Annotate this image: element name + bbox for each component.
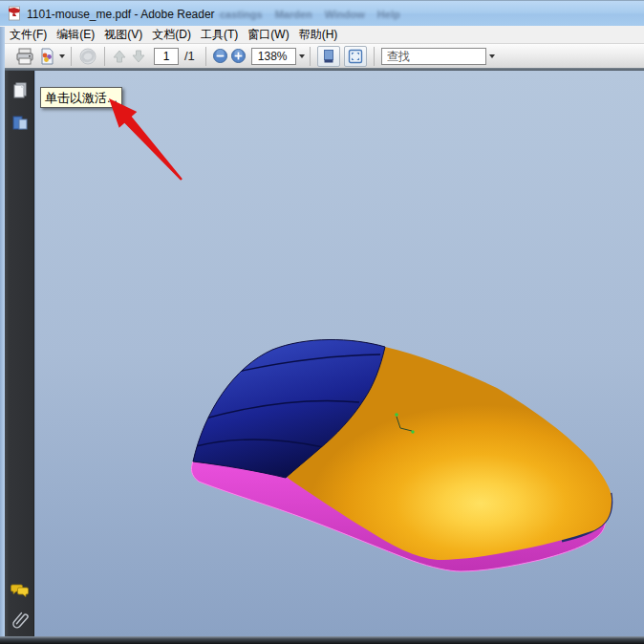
page-number-input[interactable] (154, 48, 179, 65)
fullscreen-icon (348, 49, 363, 64)
toolbar-separator (310, 47, 311, 66)
menu-tools[interactable]: 工具(T) (196, 25, 243, 45)
print-button[interactable] (14, 46, 35, 67)
menu-help[interactable]: 帮助(H) (294, 25, 343, 45)
scrolling-mode-button[interactable] (317, 46, 340, 67)
page-up-icon (111, 48, 128, 65)
previous-view-icon (77, 47, 98, 66)
menu-view[interactable]: 视图(V) (99, 25, 147, 45)
find-input[interactable] (381, 48, 486, 65)
zoom-in-button[interactable] (230, 46, 247, 67)
background-window-menu: castings Marden Window Help (220, 9, 400, 20)
zoom-out-button[interactable] (212, 46, 228, 67)
share-dropdown-caret (59, 54, 65, 58)
menu-window[interactable]: 窗口(W) (243, 25, 293, 45)
collaborate-icon (37, 47, 56, 66)
activate-tooltip: 单击以激活... (40, 87, 122, 108)
attachments-icon[interactable] (11, 610, 30, 629)
menu-document[interactable]: 文档(D) (147, 25, 196, 45)
previous-view-button[interactable] (77, 46, 98, 67)
title-bar: 1101-mouse_me.pdf - Adobe Reader casting… (0, 0, 644, 26)
zoom-dropdown-caret[interactable] (299, 54, 305, 58)
page-thumbnails-icon[interactable] (11, 81, 30, 100)
window-title: 1101-mouse_me.pdf - Adobe Reader (27, 8, 215, 21)
fullscreen-button[interactable] (344, 46, 367, 67)
find-dropdown-caret[interactable] (489, 54, 495, 58)
toolbar: /1 138% (0, 44, 644, 68)
navigation-pane (5, 71, 34, 636)
previous-page-button[interactable] (111, 46, 128, 67)
tooltip-text: 单击以激活... (45, 91, 118, 105)
window-bottom-border (0, 636, 644, 644)
adobe-reader-window: 1101-mouse_me.pdf - Adobe Reader casting… (0, 0, 644, 644)
page-total-label: /1 (184, 49, 195, 63)
scrolling-mode-icon (321, 49, 336, 64)
comments-icon[interactable] (11, 581, 30, 600)
menu-edit[interactable]: 编辑(E) (52, 25, 99, 45)
next-page-button[interactable] (130, 46, 147, 67)
printer-icon (14, 47, 35, 66)
toolbar-separator (104, 47, 105, 66)
toolbar-separator (205, 47, 206, 66)
zoom-level-value: 138% (258, 50, 288, 63)
share-button[interactable] (37, 46, 65, 67)
zoom-level-combobox[interactable]: 138% (251, 48, 296, 65)
menu-file[interactable]: 文件(F) (5, 25, 52, 45)
toolbar-separator (71, 47, 72, 66)
pdf-file-icon (7, 6, 22, 21)
menu-bar: 文件(F) 编辑(E) 视图(V) 文档(D) 工具(T) 窗口(W) 帮助(H… (0, 26, 644, 44)
bookmarks-icon[interactable] (11, 114, 30, 133)
zoom-out-icon (212, 48, 228, 64)
zoom-in-icon (230, 48, 247, 64)
document-canvas[interactable] (35, 71, 644, 636)
toolbar-separator (374, 47, 375, 66)
page-down-icon (130, 48, 147, 65)
